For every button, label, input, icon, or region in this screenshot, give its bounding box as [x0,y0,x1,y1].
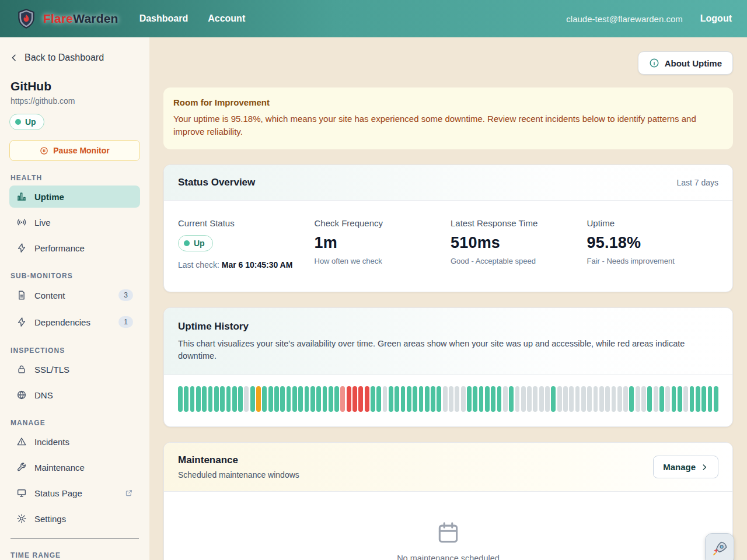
nav-item-account[interactable]: Account [208,13,245,24]
uptime-bar-no-data [539,386,544,412]
brand-logo[interactable]: FlareWarden [15,8,118,30]
uptime-bar-no-data [515,386,520,412]
sidebar-item-status-page[interactable]: Status Page [9,482,140,504]
uptime-bar-up [690,386,694,412]
uptime-bar-up [701,386,706,412]
uptime-bar-up [178,386,183,412]
uptime-bar-up [280,386,285,412]
maintenance-empty-text: No maintenance scheduled [397,554,500,560]
uptime-bar-up [389,386,393,412]
uptime-bar-up [696,386,700,412]
sidebar-item-performance[interactable]: Performance [9,237,140,259]
uptime-bar-up [268,386,273,412]
info-icon [649,58,659,68]
uptime-bar-up [262,386,267,412]
uptime-bar-no-data [521,386,526,412]
rocket-fab-button[interactable] [705,533,734,560]
primary-nav: Dashboard Account [139,13,246,24]
count-badge: 1 [118,316,133,328]
uptime-bar-up [310,386,315,412]
uptime-bar-up [220,386,225,412]
pause-monitor-button[interactable]: Pause Monitor [9,140,140,161]
uptime-bar-no-data [594,386,598,412]
sidebar-item-dependencies[interactable]: Dependencies 1 [9,310,140,334]
uptime-bar-up [292,386,297,412]
uptime-bar-up [226,386,231,412]
sidebar-item-label: Live [34,218,51,228]
uptime-bar-up [407,386,411,412]
uptime-bar-no-data [587,386,592,412]
uptime-bars [164,375,732,426]
sidebar-item-label: Uptime [34,192,64,202]
uptime-bar-no-data [545,386,550,412]
uptime-bar-up [184,386,189,412]
period-label: Last 7 days [676,178,718,187]
stat-check-frequency: Check Frequency 1m How often we check [315,218,446,270]
uptime-bar-down [365,386,369,412]
uptime-bar-up [437,386,441,412]
uptime-history-title: Uptime History [178,321,718,332]
uptime-bar-no-data [563,386,568,412]
sidebar-item-label: Settings [34,514,66,524]
sidebar-item-label: Performance [34,243,85,253]
external-link-icon [125,489,133,497]
sidebar-item-uptime[interactable]: Uptime [9,186,140,208]
banner-body: Your uptime is 95.18%, which means your … [173,113,723,138]
lightning-icon [16,317,27,327]
uptime-bar-up [419,386,424,412]
uptime-bar-up [708,386,713,412]
uptime-bar-up [509,386,514,412]
sidebar-item-live[interactable]: Live [9,211,140,233]
sidebar-item-maintenance[interactable]: Maintenance [9,456,140,478]
logout-button[interactable]: Logout [700,13,732,24]
stat-current-status: Current Status Up Last check: Mar 6 10:4… [178,218,310,270]
section-title-inspections: INSPECTIONS [9,346,140,355]
uptime-bar-degraded [340,386,345,412]
uptime-bar-up [202,386,207,412]
about-uptime-button[interactable]: About Uptime [638,51,733,75]
nav-item-dashboard[interactable]: Dashboard [139,13,189,24]
uptime-bar-up [413,386,417,412]
sidebar-item-incidents[interactable]: Incidents [9,430,140,453]
uptime-bar-up [232,386,237,412]
sidebar-item-content[interactable]: Content 3 [9,284,140,307]
uptime-bar-up [214,386,219,412]
uptime-bar-up [323,386,327,412]
lock-icon [16,364,27,374]
manage-button[interactable]: Manage [653,456,718,478]
chevron-right-icon [700,463,708,471]
uptime-bar-up [672,386,676,412]
sidebar-item-ssl-tls[interactable]: SSL/TLS [9,358,140,380]
uptime-bar-warning [256,386,261,412]
sidebar-item-settings[interactable]: Settings [9,508,140,530]
uptime-bar-up [395,386,399,412]
uptime-bar-no-data [557,386,562,412]
uptime-bar-up [190,386,195,412]
uptime-bar-up [467,386,472,412]
uptime-bar-no-data [641,386,646,412]
uptime-bar-up [425,386,430,412]
sidebar-item-label: Maintenance [34,463,85,473]
maintenance-card: Maintenance Scheduled maintenance window… [163,442,733,560]
section-title-health: HEALTH [9,174,140,182]
shield-flame-icon [15,8,37,30]
top-navbar: FlareWarden Dashboard Account claude-tes… [0,0,747,37]
sidebar-item-dns[interactable]: DNS [9,384,140,406]
globe-icon [16,390,27,400]
uptime-bar-up [376,386,381,412]
uptime-bar-up [371,386,375,412]
uptime-bar-up [298,386,303,412]
uptime-bar-down [352,386,357,412]
sidebar-item-label: DNS [34,390,53,400]
main-content: About Uptime Room for Improvement Your u… [149,37,747,560]
status-overview-title: Status Overview [178,177,255,188]
uptime-bar-up [629,386,634,412]
uptime-bar-no-data [503,386,508,412]
sidebar-item-label: Content [34,290,65,300]
uptime-bar-no-data [533,386,537,412]
uptime-bar-up [714,386,718,412]
banner-title: Room for Improvement [173,97,723,107]
back-to-dashboard-link[interactable]: Back to Dashboard [9,52,140,63]
uptime-bar-no-data [581,386,586,412]
uptime-bar-up [659,386,664,412]
